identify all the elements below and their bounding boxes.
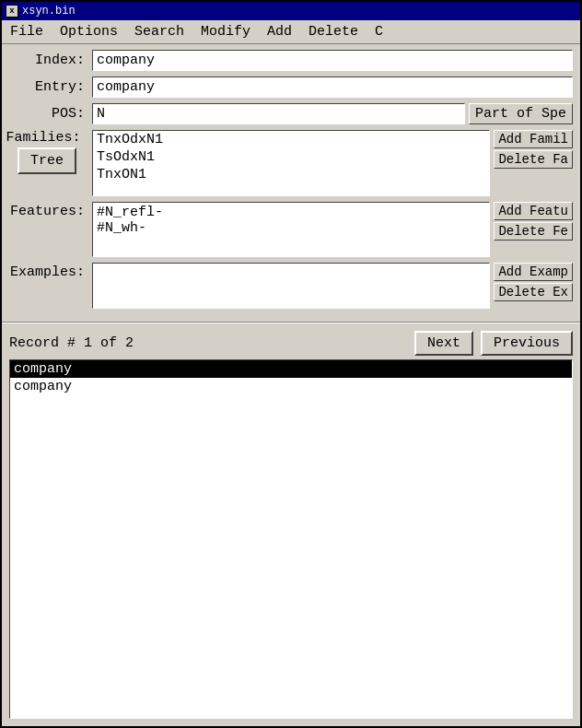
delete-feature-button[interactable]: Delete Fe — [494, 222, 573, 241]
families-buttons: Add Famil Delete Fa — [494, 130, 573, 169]
close-button[interactable]: x — [6, 5, 18, 18]
next-button[interactable]: Next — [414, 331, 473, 356]
index-input[interactable] — [92, 50, 573, 71]
menu-modify[interactable]: Modify — [192, 21, 259, 42]
content-area: Index: Entry: POS: Part of Spe Families:… — [2, 44, 580, 318]
menu-bar: File Options Search Modify Add Delete C — [2, 20, 580, 44]
record-status: Record # 1 of 2 — [9, 335, 407, 351]
menu-delete[interactable]: Delete — [300, 21, 367, 42]
close-icon: x — [9, 6, 14, 16]
index-row: Index: — [9, 50, 573, 71]
families-section: Families: Tree TnxOdxN1 TsOdxN1 TnxON1 A… — [9, 130, 573, 196]
pos-input[interactable] — [92, 103, 465, 124]
entry-label: Entry: — [9, 79, 92, 95]
features-label: Features: — [9, 202, 92, 219]
examples-label: Examples: — [9, 263, 92, 280]
family-item-1[interactable]: TsOdxN1 — [93, 148, 489, 166]
window-title: xsyn.bin — [22, 5, 76, 18]
menu-search[interactable]: Search — [126, 21, 192, 42]
entry-input[interactable] — [92, 76, 573, 98]
examples-list[interactable] — [92, 263, 490, 309]
index-label: Index: — [9, 53, 92, 68]
examples-buttons: Add Examp Delete Ex — [494, 263, 573, 301]
add-example-button[interactable]: Add Examp — [494, 263, 573, 281]
add-family-button[interactable]: Add Famil — [494, 130, 573, 148]
families-list[interactable]: TnxOdxN1 TsOdxN1 TnxON1 — [92, 130, 490, 196]
pos-label: POS: — [9, 106, 92, 122]
feature-item-0[interactable]: #N_refl- — [97, 205, 485, 220]
tree-button[interactable]: Tree — [17, 147, 76, 174]
status-bar: Record # 1 of 2 Next Previous — [2, 327, 580, 359]
features-buttons: Add Featu Delete Fe — [494, 202, 573, 241]
menu-extra[interactable]: C — [367, 21, 391, 42]
families-left: Families: Tree — [9, 130, 92, 174]
list-item-0[interactable]: company — [10, 360, 572, 378]
delete-family-button[interactable]: Delete Fa — [494, 150, 573, 169]
part-of-speech-button[interactable]: Part of Spe — [469, 103, 573, 124]
list-item-1[interactable]: company — [10, 378, 572, 395]
feature-item-1[interactable]: #N_wh- — [97, 220, 485, 236]
title-bar: x xsyn.bin — [2, 2, 580, 20]
previous-button[interactable]: Previous — [481, 331, 573, 356]
family-item-2[interactable]: TnxON1 — [93, 166, 489, 183]
examples-section: Examples: Add Examp Delete Ex — [9, 263, 573, 309]
features-section: Features: #N_refl- #N_wh- Add Featu Dele… — [9, 202, 573, 257]
features-list[interactable]: #N_refl- #N_wh- — [92, 202, 490, 257]
families-label: Families: — [6, 130, 88, 146]
menu-options[interactable]: Options — [52, 21, 126, 42]
main-list[interactable]: company company — [9, 359, 573, 719]
family-item-0[interactable]: TnxOdxN1 — [93, 131, 489, 148]
divider — [2, 322, 580, 323]
menu-file[interactable]: File — [2, 21, 52, 42]
entry-row: Entry: — [9, 76, 573, 98]
main-window: x xsyn.bin File Options Search Modify Ad… — [0, 0, 582, 728]
add-feature-button[interactable]: Add Featu — [494, 202, 573, 220]
menu-add[interactable]: Add — [259, 21, 300, 42]
delete-example-button[interactable]: Delete Ex — [494, 283, 573, 301]
pos-row: POS: Part of Spe — [9, 103, 573, 124]
